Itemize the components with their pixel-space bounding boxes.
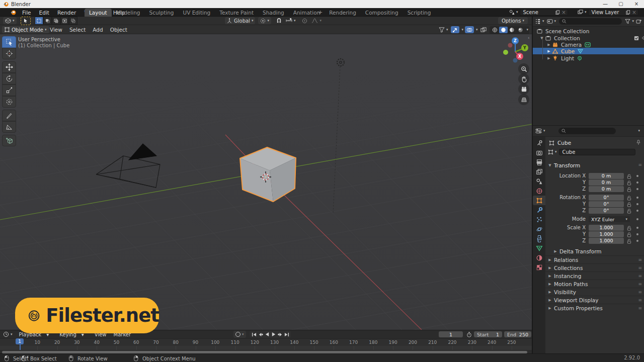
menu-edit[interactable]: Edit: [35, 10, 53, 16]
next-keyframe-button[interactable]: [277, 331, 283, 337]
collection-expand-arrow[interactable]: ▼: [540, 36, 544, 40]
animate-dot[interactable]: [636, 197, 638, 199]
panel-drag-handle[interactable]: ≡: [638, 290, 642, 295]
workspace-tab-sculpting[interactable]: Sculpting: [144, 9, 178, 17]
frame-end-field[interactable]: End 250: [504, 331, 531, 337]
lock-icon[interactable]: [627, 174, 631, 179]
zoom-view-button[interactable]: [518, 63, 529, 74]
workspace-tab-rendering[interactable]: Rendering: [325, 9, 361, 17]
workspace-tab-modeling[interactable]: Modeling: [112, 9, 145, 17]
tool-add-cube[interactable]: [2, 135, 16, 146]
pan-view-button[interactable]: [518, 73, 529, 84]
panel-instancing[interactable]: ▶Instancing≡: [545, 272, 644, 280]
outliner-search-input[interactable]: [559, 18, 622, 25]
outliner-row-scene-collection[interactable]: Scene Collection: [533, 28, 644, 34]
transform-value-1[interactable]: 0 m: [589, 179, 624, 186]
workspace-tab-scripting[interactable]: Scripting: [403, 9, 436, 17]
tool-rotate[interactable]: [2, 73, 16, 84]
lock-icon[interactable]: [627, 180, 631, 186]
tab-modifiers-icon[interactable]: [533, 205, 545, 215]
viewport-menu-add[interactable]: Add: [89, 27, 106, 33]
shading-material-button[interactable]: [508, 27, 516, 33]
animate-dot[interactable]: [636, 218, 638, 220]
workspace-tab-layout[interactable]: Layout: [85, 9, 112, 17]
add-workspace-button[interactable]: +: [318, 9, 323, 16]
light-expand-arrow[interactable]: ▶: [547, 56, 551, 60]
outliner-row-cube[interactable]: ▶ Cube: [533, 48, 644, 54]
view-layer-name-field[interactable]: View Layer ×: [588, 9, 638, 16]
tool-annotate[interactable]: [2, 110, 16, 121]
rotation-mode-dropdown[interactable]: XYZ Euler ▾: [589, 216, 630, 222]
shading-wireframe-button[interactable]: [491, 27, 499, 33]
proportional-editing-button[interactable]: [300, 17, 309, 24]
frame-start-field[interactable]: Start 1: [474, 331, 502, 337]
menu-file[interactable]: File: [18, 10, 35, 16]
workspace-tab-shading[interactable]: Shading: [258, 9, 289, 17]
timeline-editor-chevron[interactable]: ▾: [11, 333, 13, 336]
collection-eye-icon[interactable]: [641, 35, 644, 41]
toggle-ortho-button[interactable]: [518, 94, 529, 105]
close-button[interactable]: ×: [629, 0, 644, 8]
mode-selector-button[interactable]: Object Mode ▾: [2, 26, 49, 33]
display-mode-icon[interactable]: [547, 19, 553, 24]
tab-output-icon[interactable]: [533, 157, 545, 167]
minimize-button[interactable]: —: [598, 0, 613, 8]
panel-relations[interactable]: ▶Relations≡: [545, 255, 644, 263]
animate-dot[interactable]: [636, 227, 638, 229]
new-scene-icon[interactable]: [555, 10, 560, 15]
select-mode-extend[interactable]: [43, 17, 52, 25]
jump-to-end-button[interactable]: [283, 331, 290, 337]
snap-toggle-button[interactable]: [274, 17, 284, 24]
tab-view-layer-icon[interactable]: [533, 167, 545, 176]
lock-icon[interactable]: [627, 239, 631, 244]
pivot-point-button[interactable]: ▾: [258, 17, 271, 24]
transform-value-5[interactable]: 0°: [589, 208, 624, 214]
lock-icon[interactable]: [627, 187, 631, 192]
outliner-editor-chevron[interactable]: ▾: [542, 20, 544, 23]
sidebar-toggle-arrow[interactable]: ‹: [528, 35, 530, 40]
tool-scale[interactable]: [2, 84, 16, 96]
play-button[interactable]: [270, 331, 277, 337]
lock-icon[interactable]: [627, 209, 631, 214]
outliner-row-camera[interactable]: ▶ Camera: [533, 41, 644, 48]
tool-transform[interactable]: [2, 96, 16, 108]
cube-expand-arrow[interactable]: ▶: [547, 49, 551, 53]
playhead-badge[interactable]: 1: [16, 338, 24, 344]
gizmo-neg-z-ball[interactable]: [513, 58, 518, 63]
blender-app-icon[interactable]: [10, 10, 16, 16]
timeline-editor-icon[interactable]: [3, 331, 9, 337]
active-tool-indicator[interactable]: [21, 17, 31, 25]
overlays-chevron[interactable]: ▾: [476, 28, 478, 32]
workspace-tab-uv-editing[interactable]: UV Editing: [179, 9, 215, 17]
animate-dot[interactable]: [636, 210, 638, 212]
animate-dot[interactable]: [636, 175, 638, 177]
view-layer-browse-chevron[interactable]: ▾: [585, 11, 587, 14]
navigation-gizmo[interactable]: Z Y X: [503, 37, 528, 63]
properties-editor-chevron[interactable]: ▾: [543, 129, 545, 133]
remove-view-layer-icon[interactable]: ×: [632, 10, 636, 15]
viewport-menu-object[interactable]: Object: [107, 27, 131, 33]
select-mode-subtract[interactable]: [52, 17, 60, 25]
jump-to-start-button[interactable]: [251, 331, 257, 337]
panel-custom-properties[interactable]: ▶Custom Properties≡: [545, 304, 644, 312]
editor-type-button[interactable]: ▾: [3, 17, 17, 24]
transform-value-4[interactable]: 0°: [589, 201, 624, 207]
scale-value-1[interactable]: 1.000: [589, 231, 624, 237]
lock-icon[interactable]: [627, 232, 631, 237]
outliner-editor-icon[interactable]: [535, 19, 541, 24]
shading-solid-button[interactable]: [499, 27, 508, 33]
workspace-tab-compositing[interactable]: Compositing: [361, 9, 403, 17]
unlink-scene-icon[interactable]: ×: [561, 10, 566, 15]
new-collection-icon[interactable]: [636, 19, 642, 24]
panel-drag-handle[interactable]: ≡: [638, 265, 642, 270]
gizmo-neg-y-ball[interactable]: [503, 50, 508, 55]
tab-world-icon[interactable]: [533, 186, 545, 196]
tab-object-icon[interactable]: [533, 196, 545, 205]
lock-icon[interactable]: [627, 202, 631, 207]
tool-cursor[interactable]: [2, 48, 16, 59]
filter-icon[interactable]: [625, 19, 630, 24]
camera-view-button[interactable]: [518, 83, 529, 95]
panel-drag-handle[interactable]: ≡: [638, 298, 642, 303]
stopwatch-icon[interactable]: [466, 332, 472, 337]
object-visibility-button[interactable]: ▾: [437, 26, 450, 33]
